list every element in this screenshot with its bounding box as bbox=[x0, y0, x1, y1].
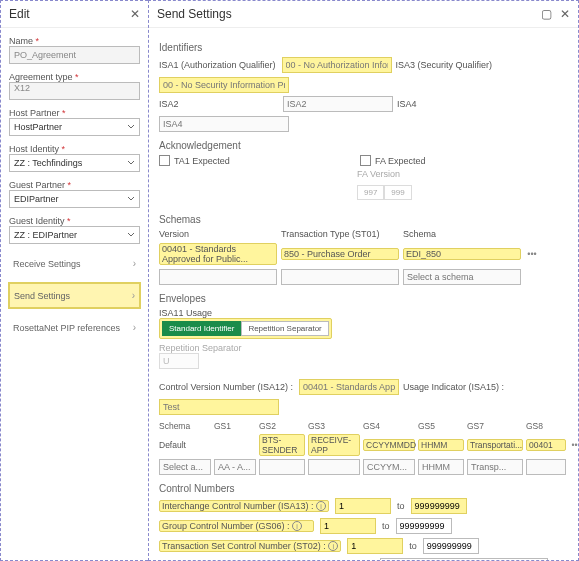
gs2-input[interactable] bbox=[259, 459, 305, 475]
cvn-label: Control Version Number (ISA12) : bbox=[159, 382, 293, 392]
gs5-select[interactable]: HHMM bbox=[418, 459, 464, 475]
txntype-value: 850 - Purchase Order bbox=[281, 248, 399, 260]
st02-to-input[interactable] bbox=[423, 538, 479, 554]
send-settings-header: Send Settings ▢ ✕ bbox=[149, 1, 578, 28]
txntype-label: Transaction Type (ST01) bbox=[281, 229, 397, 239]
usage-select[interactable]: Test bbox=[159, 399, 279, 415]
fa-checkbox[interactable] bbox=[360, 155, 371, 166]
gs3-value: RECEIVE-APP bbox=[308, 434, 360, 456]
name-input[interactable] bbox=[9, 46, 140, 64]
fa-version-label: FA Version bbox=[357, 169, 400, 179]
gs4-value: CCYYMMDD bbox=[363, 439, 415, 451]
identifiers-heading: Identifiers bbox=[159, 42, 568, 53]
gs2-value: BTS-SENDER bbox=[259, 434, 305, 456]
close-icon[interactable]: ✕ bbox=[130, 7, 140, 21]
name-label: Name * bbox=[9, 36, 140, 46]
to-label: to bbox=[397, 501, 405, 511]
isa2-input[interactable] bbox=[283, 96, 393, 112]
rep-sep-input bbox=[159, 353, 199, 369]
gs06-to-input[interactable] bbox=[396, 518, 452, 534]
schemas-heading: Schemas bbox=[159, 214, 568, 225]
standard-identifier-pill[interactable]: Standard Identifier bbox=[162, 321, 241, 336]
isa4-label: ISA4 bbox=[397, 99, 489, 109]
agreement-type-label: Agreement type * bbox=[9, 72, 140, 82]
gs-row-more-icon[interactable]: ••• bbox=[569, 440, 579, 450]
info-icon[interactable]: i bbox=[316, 501, 326, 511]
gs4-select[interactable]: CCYYM... bbox=[363, 459, 415, 475]
to-label: to bbox=[382, 521, 390, 531]
ack-heading: Acknowledgement bbox=[159, 140, 568, 151]
gs-schema-default: Default bbox=[159, 440, 211, 450]
host-partner-label: Host Partner * bbox=[9, 108, 140, 118]
gs-h-gs4: GS4 bbox=[363, 421, 415, 431]
isa2-label: ISA2 bbox=[159, 99, 277, 109]
fa-label: FA Expected bbox=[375, 156, 426, 166]
gs3-input[interactable] bbox=[308, 459, 360, 475]
guest-partner-label: Guest Partner * bbox=[9, 180, 140, 190]
gs5-value: HHMM bbox=[418, 439, 464, 451]
cvn-select[interactable]: 00401 - Standards Appr... bbox=[299, 379, 399, 395]
usage-label: Usage Indicator (ISA15) : bbox=[403, 382, 504, 392]
isa3-select[interactable]: 00 - No Security Information Present bbox=[159, 77, 289, 93]
host-partner-select[interactable]: HostPartner bbox=[9, 118, 140, 136]
chevron-right-icon: › bbox=[133, 322, 136, 333]
gs-h-gs8: GS8 bbox=[526, 421, 566, 431]
info-icon[interactable]: i bbox=[292, 521, 302, 531]
version-select[interactable] bbox=[159, 269, 277, 285]
schema-select[interactable]: Select a schema bbox=[403, 269, 521, 285]
isa13-label: Interchange Control Number (ISA13) : i bbox=[159, 500, 329, 512]
gs-h-gs7: GS7 bbox=[467, 421, 523, 431]
gs8-input[interactable] bbox=[526, 459, 566, 475]
isa1-select[interactable]: 00 - No Authorization Infor... bbox=[282, 57, 392, 73]
version-label: Version bbox=[159, 229, 275, 239]
txntype-select[interactable] bbox=[281, 269, 399, 285]
gs06-label: Group Control Number (GS06) : i bbox=[159, 520, 314, 532]
gs06-from-input[interactable] bbox=[320, 518, 376, 534]
chevron-right-icon: › bbox=[132, 290, 135, 301]
fa-997-pill[interactable]: 997 bbox=[357, 185, 384, 200]
guest-identity-select[interactable]: ZZ : EDIPartner bbox=[9, 226, 140, 244]
chevron-right-icon: › bbox=[133, 258, 136, 269]
st02-from-input[interactable] bbox=[347, 538, 403, 554]
gs7-value: Transportati... bbox=[467, 439, 523, 451]
guest-identity-label: Guest Identity * bbox=[9, 216, 140, 226]
gs-h-gs5: GS5 bbox=[418, 421, 464, 431]
gs-h-gs3: GS3 bbox=[308, 421, 360, 431]
schema-value: EDI_850 bbox=[403, 248, 521, 260]
isa4-input[interactable] bbox=[159, 116, 289, 132]
fa-999-pill[interactable]: 999 bbox=[384, 185, 411, 200]
isa3-label: ISA3 (Security Qualifier) bbox=[396, 60, 493, 70]
version-value: 00401 - Standards Approved for Public... bbox=[159, 243, 277, 265]
schema-row-more-icon[interactable]: ••• bbox=[525, 249, 539, 259]
rep-sep-label: Repetition Separator bbox=[159, 343, 566, 353]
close-icon[interactable]: ✕ bbox=[560, 7, 570, 21]
isa1-label: ISA1 (Authorization Qualifier) bbox=[159, 60, 276, 70]
gs1-select[interactable]: AA - A... bbox=[214, 459, 256, 475]
repetition-separator-pill[interactable]: Repetition Separator bbox=[241, 321, 328, 336]
send-settings-title: Send Settings bbox=[157, 7, 232, 21]
gs-h-gs1: GS1 bbox=[214, 421, 256, 431]
isa13-to-input[interactable] bbox=[411, 498, 467, 514]
control-numbers-heading: Control Numbers bbox=[159, 483, 568, 494]
ta1-label: TA1 Expected bbox=[174, 156, 354, 166]
guest-partner-select[interactable]: EDIPartner bbox=[9, 190, 140, 208]
gs-h-schema: Schema bbox=[159, 421, 211, 431]
info-icon[interactable]: i bbox=[328, 541, 338, 551]
send-settings-panel: Send Settings ▢ ✕ Identifiers ISA1 (Auth… bbox=[148, 0, 579, 561]
isa13-from-input[interactable] bbox=[335, 498, 391, 514]
nav-rosettanet[interactable]: RosettaNet PIP references› bbox=[9, 316, 140, 339]
gs-schema-select[interactable]: Select a... bbox=[159, 459, 211, 475]
nav-receive-settings[interactable]: Receive Settings› bbox=[9, 252, 140, 275]
gs7-select[interactable]: Transp... bbox=[467, 459, 523, 475]
edit-panel-header: Edit ✕ bbox=[1, 1, 148, 28]
agreement-type-value: X12 bbox=[9, 82, 140, 100]
gs-h-gs2: GS2 bbox=[259, 421, 305, 431]
edit-panel: Edit ✕ Name * Agreement type * X12 Host … bbox=[0, 0, 148, 561]
edit-title: Edit bbox=[9, 7, 30, 21]
ta1-checkbox[interactable] bbox=[159, 155, 170, 166]
host-identity-select[interactable]: ZZ : Techfindings bbox=[9, 154, 140, 172]
schema-label: Schema bbox=[403, 229, 519, 239]
nav-send-settings[interactable]: Send Settings› bbox=[9, 283, 140, 308]
to-label: to bbox=[409, 541, 417, 551]
maximize-icon[interactable]: ▢ bbox=[541, 7, 552, 21]
